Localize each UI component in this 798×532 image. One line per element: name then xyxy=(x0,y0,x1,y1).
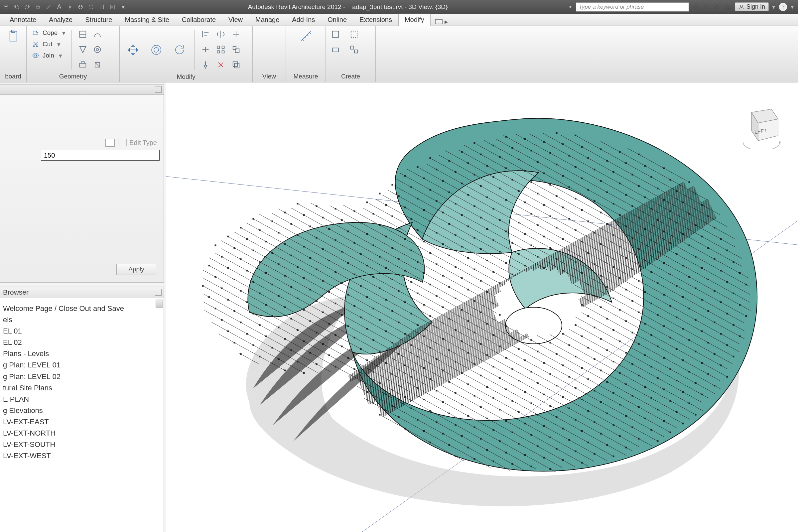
qat-sync-icon[interactable] xyxy=(87,3,95,11)
qat-save-icon[interactable] xyxy=(2,3,10,11)
search-box[interactable]: Type a keyword or phrase xyxy=(576,2,689,12)
help-dropdown-icon[interactable]: ▾ xyxy=(791,3,794,11)
create-tool-3[interactable] xyxy=(329,43,342,56)
tab-massing-site[interactable]: Massing & Site xyxy=(118,14,175,25)
qat-close-icon[interactable] xyxy=(108,3,116,11)
tree-item[interactable]: LV-EXT-EAST xyxy=(3,416,161,428)
split-button[interactable] xyxy=(199,43,212,56)
tab-context-icon[interactable]: ▸ xyxy=(435,18,448,25)
scale-button[interactable] xyxy=(230,43,242,56)
svg-rect-112 xyxy=(524,455,526,456)
qat-print-icon[interactable] xyxy=(34,3,42,11)
qat-sheet-icon[interactable] xyxy=(98,3,106,11)
edit-type-button[interactable]: Edit Type xyxy=(118,139,157,147)
geom-tool-1[interactable] xyxy=(76,28,89,41)
create-tool-1[interactable] xyxy=(329,28,342,41)
svg-rect-624 xyxy=(537,161,538,163)
svg-rect-582 xyxy=(562,207,564,208)
tree-item[interactable]: EL 02 xyxy=(3,337,161,348)
measure-button[interactable] xyxy=(294,28,318,72)
tree-item[interactable]: EL 01 xyxy=(3,325,161,337)
subscription-icon[interactable] xyxy=(703,3,710,11)
info-caret-icon[interactable]: ‣ xyxy=(569,3,573,11)
geom-tool-5[interactable] xyxy=(76,58,89,71)
geom-tool-6[interactable] xyxy=(91,58,104,71)
delete-button[interactable] xyxy=(214,58,227,71)
tree-item[interactable]: LV-EXT-WEST xyxy=(3,450,161,461)
tab-online[interactable]: Online xyxy=(321,14,353,25)
sign-in-button[interactable]: Sign In xyxy=(735,2,769,11)
3d-viewport[interactable]: LEFT xyxy=(166,82,798,532)
trim-button[interactable] xyxy=(230,28,242,41)
tree-item[interactable]: LV-EXT-SOUTH xyxy=(3,439,161,450)
geom-tool-3[interactable] xyxy=(76,43,89,56)
tab-extensions[interactable]: Extensions xyxy=(353,14,398,25)
qat-text-icon[interactable]: A xyxy=(55,3,63,11)
tree-item[interactable]: g Elevations xyxy=(3,405,161,416)
paste-button[interactable] xyxy=(3,28,23,72)
tree-item[interactable]: LV-EXT-NORTH xyxy=(3,428,161,439)
tree-item[interactable]: Welcome Page / Close Out and Save xyxy=(3,303,161,314)
view-cube[interactable]: LEFT xyxy=(738,102,785,149)
apply-button[interactable]: Apply xyxy=(116,264,156,275)
qat-measure-icon[interactable] xyxy=(44,3,53,11)
svg-rect-402 xyxy=(682,391,684,393)
cut-button[interactable]: Cut▾ xyxy=(30,39,67,49)
svg-rect-205 xyxy=(227,236,229,237)
tree-item[interactable]: Plans - Levels xyxy=(3,348,161,359)
move-button[interactable] xyxy=(123,42,143,58)
array-button[interactable] xyxy=(214,43,227,56)
copy-button[interactable] xyxy=(230,58,242,71)
tab-view[interactable]: View xyxy=(222,14,249,25)
pin-button[interactable] xyxy=(199,58,212,71)
svg-rect-152 xyxy=(455,393,456,394)
tab-analyze[interactable]: Analyze xyxy=(42,14,79,25)
qat-redo-icon[interactable] xyxy=(23,3,31,11)
tab-manage[interactable]: Manage xyxy=(249,14,286,25)
cope-button[interactable]: Cope▾ xyxy=(30,28,67,38)
offset-button[interactable] xyxy=(146,42,166,58)
tree-item[interactable]: tural Site Plans xyxy=(3,382,161,394)
qat-undo-icon[interactable] xyxy=(13,3,21,11)
property-value-input[interactable] xyxy=(41,150,159,160)
tab-structure[interactable]: Structure xyxy=(79,14,118,25)
project-browser-close-icon[interactable] xyxy=(155,289,162,296)
geom-tool-4[interactable] xyxy=(91,43,104,56)
browser-scrollbar[interactable] xyxy=(156,300,163,307)
tree-item[interactable]: els xyxy=(3,314,161,325)
svg-rect-671 xyxy=(657,188,658,189)
signin-dropdown-icon[interactable]: ▾ xyxy=(772,3,775,11)
svg-rect-622 xyxy=(745,284,747,285)
tab-collaborate[interactable]: Collaborate xyxy=(175,14,222,25)
rotate-button[interactable] xyxy=(170,42,190,58)
svg-rect-420 xyxy=(493,271,494,273)
type-selector-dropdown[interactable] xyxy=(106,139,115,147)
join-button[interactable]: Join▾ xyxy=(30,51,67,60)
qat-dropdown-icon[interactable]: ▾ xyxy=(119,3,127,11)
tab-addins[interactable]: Add-Ins xyxy=(286,14,321,25)
tab-modify[interactable]: Modify xyxy=(398,14,431,26)
properties-close-icon[interactable] xyxy=(155,86,162,93)
geom-tool-2[interactable] xyxy=(91,28,104,41)
svg-rect-354 xyxy=(398,259,399,260)
exchange-icon[interactable] xyxy=(714,3,721,11)
svg-rect-606 xyxy=(600,212,602,213)
help-button[interactable]: ? xyxy=(779,3,787,11)
tree-item[interactable]: g Plan: LEVEL 01 xyxy=(3,359,161,371)
app-title: Autodesk Revit Architecture 2012 - xyxy=(248,3,345,10)
svg-rect-475 xyxy=(411,187,412,188)
tree-item[interactable]: E PLAN xyxy=(3,394,161,405)
3d-model-canvas[interactable] xyxy=(166,82,798,532)
infocenter-search-icon[interactable] xyxy=(692,3,700,11)
create-tool-2[interactable] xyxy=(348,28,360,41)
tree-item[interactable]: g Plan: LEVEL 02 xyxy=(3,371,161,382)
tab-annotate[interactable]: Annotate xyxy=(3,14,42,25)
qat-settings-icon[interactable] xyxy=(66,3,74,11)
project-browser-tree[interactable]: Welcome Page / Close Out and Save els EL… xyxy=(0,298,164,532)
qat-3d-icon[interactable] xyxy=(76,3,84,11)
favorite-icon[interactable] xyxy=(724,3,732,11)
mirror-button[interactable] xyxy=(214,28,227,41)
svg-rect-530 xyxy=(487,197,488,198)
align-button[interactable] xyxy=(199,28,212,41)
create-tool-4[interactable] xyxy=(348,43,360,56)
